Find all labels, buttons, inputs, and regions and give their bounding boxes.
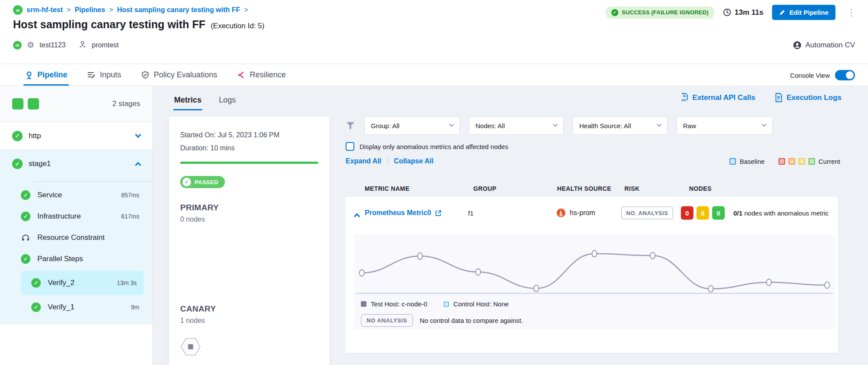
breadcrumb-pipeline-name[interactable]: Host sampling canary testing with FF <box>117 6 241 14</box>
chevron-down-icon <box>135 132 141 138</box>
stages-summary: 2 stages <box>0 86 152 122</box>
metric-row-card: Prometheus Metric0 f1 hs-prom NO_ANALYSI… <box>345 197 838 353</box>
edit-pipeline-button[interactable]: Edit Pipeline <box>772 5 835 20</box>
anomalous-checkbox[interactable] <box>346 142 354 151</box>
risk-badge: NO_ANALYSIS <box>621 207 673 219</box>
page-title: Host sampling canary testing with FF (Ex… <box>13 18 264 31</box>
success-check-icon: ✓ <box>31 302 41 312</box>
expand-collapse-row: Expand All Collapse All Baseline Current <box>346 157 840 165</box>
step-service[interactable]: ✓ Service 857ms <box>0 184 152 206</box>
step-infrastructure[interactable]: ✓ Infrastructure 617ms <box>0 206 152 227</box>
prometheus-icon <box>556 208 566 218</box>
step-verify-1[interactable]: ✓ Verify_1 9m <box>0 296 152 318</box>
health-source-filter-dropdown[interactable]: Health Source: All <box>573 116 667 135</box>
tab-pipeline[interactable]: Pipeline <box>25 64 67 86</box>
stage-name: stage1 <box>29 159 51 168</box>
anomalous-checkbox-label: Display only anomalous metrics and affec… <box>360 143 508 150</box>
test-host-label: Test Host: c-node-0 <box>371 300 427 308</box>
edit-pipeline-label: Edit Pipeline <box>789 9 828 16</box>
success-check-icon: ✓ <box>182 178 191 186</box>
execution-sidebar: 2 stages ✓ http ✓ stage1 ✓ Service 857ms… <box>0 86 153 365</box>
metric-name-link[interactable]: Prometheus Metric0 <box>365 209 442 217</box>
chevron-down-icon <box>762 122 766 127</box>
host-legend: Test Host: c-node-0 Control Host: None <box>361 300 509 308</box>
console-view-toggle[interactable] <box>835 70 855 80</box>
success-check-icon: ✓ <box>21 212 30 221</box>
svg-text:API: API <box>681 99 686 102</box>
tab-resilience-label: Resilience <box>250 70 286 80</box>
main-content: 2 stages ✓ http ✓ stage1 ✓ Service 857ms… <box>0 86 868 365</box>
harness-logo-icon: ∞ <box>13 5 23 15</box>
status-badge: ✓ SUCCESS (FAILURE IGNORED) <box>606 7 714 19</box>
duration: Duration: 10 mins <box>180 142 318 155</box>
step-label: Infrastructure <box>37 212 81 221</box>
tab-inputs-label: Inputs <box>100 70 121 80</box>
group-filter-dropdown[interactable]: Group: All <box>364 116 460 135</box>
health-source-name: hs-prom <box>570 209 595 217</box>
stage-row-stage1[interactable]: ✓ stage1 <box>0 150 152 178</box>
no-analysis-badge: NO ANALYSIS <box>361 314 413 327</box>
no-analysis-text: No control data to compare against. <box>420 317 523 324</box>
col-risk: RISK <box>624 185 640 192</box>
success-check-icon: ✓ <box>21 190 30 200</box>
nodes-summary-text: nodes with anomalous metric <box>743 209 828 217</box>
canary-node[interactable] <box>180 338 318 358</box>
external-link-icon <box>435 210 442 216</box>
current-red-swatch <box>779 158 785 165</box>
tab-resilience[interactable]: Resilience <box>237 64 286 86</box>
metric-line-chart[interactable] <box>354 237 835 298</box>
step-duration: 9m <box>131 304 139 311</box>
metric-group: f1 <box>468 209 474 217</box>
collapse-all-link[interactable]: Collapse All <box>394 157 433 165</box>
hexagon-node-icon <box>180 338 201 356</box>
stage1-section: ✓ stage1 ✓ Service 857ms ✓ Infrastructur… <box>0 150 152 325</box>
breadcrumb-project[interactable]: srm-hf-test <box>26 6 63 14</box>
tab-policy-evaluations-label: Policy Evaluations <box>154 70 217 80</box>
total-duration: 13m 11s <box>723 8 763 17</box>
metric-chart-panel: Test Host: c-node-0 Control Host: None N… <box>354 235 835 329</box>
expand-all-link[interactable]: Expand All <box>346 157 381 165</box>
tab-pipeline-label: Pipeline <box>37 70 67 80</box>
col-health-source: HEALTH SOURCE <box>557 185 611 192</box>
chart-color-legend: Baseline Current <box>729 158 840 165</box>
tab-inputs[interactable]: Inputs <box>87 64 121 86</box>
nodes-summary: 0/1 nodes with anomalous metric <box>733 209 837 218</box>
canary-node-count: 1 nodes <box>180 317 318 325</box>
execution-logs-link[interactable]: Execution Logs <box>775 93 842 102</box>
inputs-icon <box>87 71 96 79</box>
control-host-label: Control Host: None <box>453 300 509 308</box>
step-parallel-steps[interactable]: ✓ Parallel Steps <box>0 248 152 269</box>
data-mode-dropdown[interactable]: Raw <box>677 116 772 135</box>
baseline-label: Baseline <box>739 158 765 165</box>
service-name[interactable]: test1123 <box>40 41 66 49</box>
pipeline-tabbar: Pipeline Inputs Policy Evaluations Resil… <box>0 64 868 86</box>
tab-metrics[interactable]: Metrics <box>174 96 201 105</box>
execution-id: (Execution Id: 5) <box>211 22 264 30</box>
nodes-filter-dropdown[interactable]: Nodes: All <box>469 116 564 135</box>
breadcrumb-separator: > <box>109 6 113 14</box>
collapse-metric-icon[interactable] <box>354 213 360 219</box>
step-duration: 857ms <box>121 192 139 199</box>
tab-logs[interactable]: Logs <box>219 96 236 105</box>
chevron-down-icon <box>657 122 661 127</box>
chevron-down-icon <box>553 122 558 127</box>
success-check-icon: ✓ <box>21 254 30 264</box>
more-options-icon[interactable]: ⋮ <box>844 10 858 15</box>
stage-row-http[interactable]: ✓ http <box>0 122 152 150</box>
verification-tabs: Metrics Logs <box>174 96 236 105</box>
service-icon: ⚙ <box>27 40 34 50</box>
breadcrumb-pipelines[interactable]: Pipelines <box>75 6 105 14</box>
step-resource-constraint[interactable]: Resource Constraint <box>0 227 152 248</box>
cd-module-icon: ∞ <box>13 41 22 50</box>
control-host-legend: Control Host: None <box>444 300 509 308</box>
external-api-calls-link[interactable]: API External API Calls <box>680 93 756 102</box>
step-verify-2[interactable]: ✓ Verify_2 13m 3s <box>21 271 144 295</box>
environment-name[interactable]: promtest <box>92 41 119 49</box>
nodes-filter-value: Nodes: All <box>475 122 505 129</box>
current-label: Current <box>818 158 840 165</box>
toggle-knob <box>846 71 854 79</box>
breadcrumb: ∞ srm-hf-test > Pipelines > Host samplin… <box>13 5 248 15</box>
console-view-control: Console View <box>790 64 855 86</box>
triggered-by-name: Automation CV <box>805 41 855 50</box>
tab-policy-evaluations[interactable]: Policy Evaluations <box>141 64 217 86</box>
